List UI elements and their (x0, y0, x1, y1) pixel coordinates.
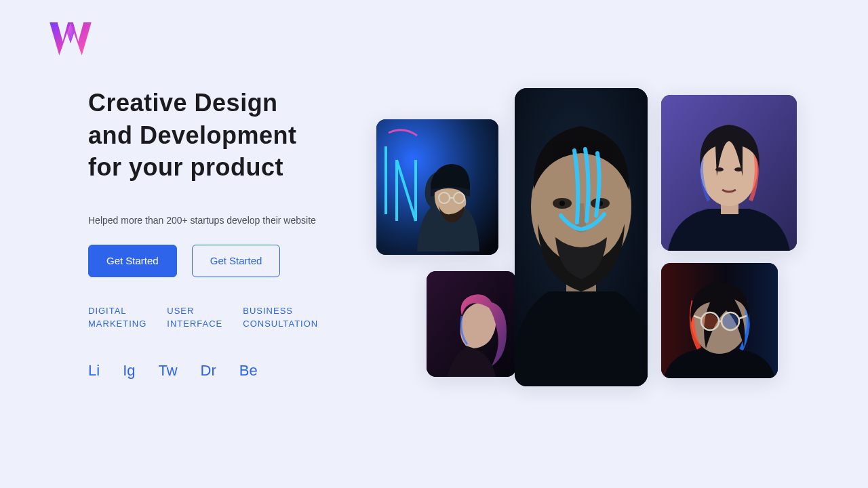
cta-primary-button[interactable]: Get Started (88, 245, 177, 277)
gallery-card-4 (661, 95, 797, 251)
hero-subtitle: Helped more than 200+ startups develop t… (88, 215, 380, 226)
hero-headline-line3: for your product (88, 153, 283, 181)
social-behance[interactable]: Be (239, 362, 258, 380)
tag-business-consultation[interactable]: BUSINESS CONSULTATION (243, 304, 318, 331)
hero-headline: Creative Design and Development for your… (88, 87, 380, 184)
cta-secondary-button[interactable]: Get Started (192, 245, 281, 277)
w-logo-icon (49, 19, 92, 60)
svg-point-19 (703, 314, 717, 329)
hero-gallery (376, 75, 810, 400)
gallery-card-3 (515, 88, 648, 386)
brand-logo[interactable] (49, 19, 92, 60)
gallery-card-2 (427, 271, 516, 377)
svg-point-13 (715, 167, 724, 171)
svg-point-14 (734, 167, 743, 171)
gallery-card-5 (661, 263, 778, 378)
hero-headline-line1: Creative Design (88, 89, 278, 117)
hero-headline-line2: and Development (88, 121, 297, 149)
social-instagram[interactable]: Ig (123, 362, 135, 380)
social-twitter[interactable]: Tw (158, 362, 177, 380)
gallery-card-1 (376, 119, 498, 255)
tag-user-interface[interactable]: USER INTERFACE (167, 304, 222, 331)
social-linkedin[interactable]: Li (88, 362, 100, 380)
svg-point-20 (723, 314, 738, 329)
social-dribbble[interactable]: Dr (201, 362, 216, 380)
svg-point-8 (559, 201, 565, 206)
tag-digital-marketing[interactable]: DIGITAL MARKETING (88, 304, 146, 331)
